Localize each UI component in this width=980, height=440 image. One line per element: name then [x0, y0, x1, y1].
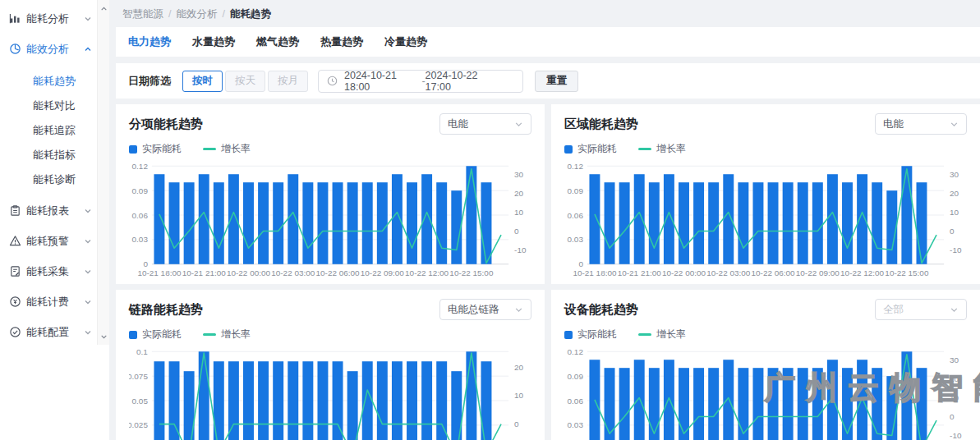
sidebar-item-label: 能耗分析	[26, 11, 84, 26]
sidebar-item-energy-billing[interactable]: 能耗计费	[0, 286, 97, 317]
card-link-energy-trend: 链路能耗趋势 电能总链路 实际能耗 增长率 00.0250.050.0750.1…	[116, 290, 545, 440]
chart-canvas: 00.030.060.090.12-10010203010-21 18:0010…	[564, 159, 967, 281]
svg-text:20: 20	[950, 189, 959, 198]
breadcrumb-item[interactable]: 能效分析	[176, 8, 217, 20]
tab-electric-trend[interactable]: 电力趋势	[128, 34, 171, 49]
legend-actual-energy[interactable]: 实际能耗	[129, 142, 182, 156]
sidebar-subitem-energy-diagnosis[interactable]: 能耗诊断	[0, 167, 97, 192]
tab-water-trend[interactable]: 水量趋势	[192, 34, 235, 49]
legend-actual-energy[interactable]: 实际能耗	[129, 328, 182, 341]
breadcrumb-item[interactable]: 智慧能源	[122, 8, 163, 20]
svg-text:0: 0	[950, 227, 955, 236]
card-device-energy-trend: 设备能耗趋势 全部 实际能耗 增长率 00.030.060.090.12-100…	[551, 290, 980, 440]
svg-text:30: 30	[950, 170, 959, 179]
card-title: 分项能耗趋势	[129, 117, 203, 132]
sidebar-subitem-energy-trace[interactable]: 能耗追踪	[0, 118, 97, 143]
sidebar-item-label: 能耗计费	[26, 295, 84, 309]
svg-text:10-22 03:00: 10-22 03:00	[706, 268, 751, 277]
mode-by-hour-button[interactable]: 按时	[182, 71, 223, 92]
link-energy-type-select[interactable]: 电能总链路	[439, 299, 531, 320]
svg-text:0.03: 0.03	[568, 235, 584, 244]
pie-chart-icon	[8, 43, 21, 56]
charts-grid: 分项能耗趋势 电能 实际能耗 增长率 00.030.060.090.12-100…	[116, 104, 980, 440]
svg-text:0: 0	[514, 227, 519, 236]
svg-text:20: 20	[950, 374, 959, 383]
svg-text:10-21 21:00: 10-21 21:00	[618, 268, 662, 277]
sidebar-item-energy-config[interactable]: 能耗配置	[0, 317, 97, 347]
sidebar-subitem-energy-trend[interactable]: 能耗趋势	[0, 69, 97, 94]
svg-text:0.06: 0.06	[132, 211, 149, 220]
svg-text:10-22 06:00: 10-22 06:00	[752, 268, 796, 277]
svg-text:10: 10	[514, 391, 524, 400]
sidebar-subitem-energy-compare[interactable]: 能耗对比	[0, 94, 97, 118]
date-range-picker[interactable]: 2024-10-21 18:00 - 2024-10-22 17:00	[318, 70, 523, 93]
legend-growth-rate[interactable]: 增长率	[638, 328, 686, 341]
sidebar-item-energy-alarm[interactable]: 能耗预警	[0, 226, 97, 256]
mode-by-day-button[interactable]: 按天	[225, 71, 265, 92]
svg-text:30: 30	[514, 170, 524, 179]
legend-growth-rate[interactable]: 增长率	[638, 142, 686, 156]
svg-text:0.09: 0.09	[132, 186, 149, 195]
svg-text:0.1: 0.1	[136, 347, 148, 356]
subitem-energy-type-select[interactable]: 电能	[439, 113, 531, 135]
svg-text:10-22 12:00: 10-22 12:00	[405, 268, 449, 277]
svg-text:10: 10	[950, 208, 959, 217]
chevron-up-icon	[84, 45, 92, 53]
svg-text:10: 10	[514, 208, 524, 217]
svg-text:0.03: 0.03	[568, 420, 584, 429]
legend-growth-rate[interactable]: 增长率	[203, 328, 251, 341]
chart-canvas: 00.0250.050.0750.10102010-21 18:0010-21 …	[129, 345, 531, 440]
svg-text:0.09: 0.09	[568, 372, 584, 381]
date-end-value: 2024-10-22 17:00	[426, 70, 503, 93]
breadcrumb-current: 能耗趋势	[230, 8, 271, 20]
chevron-down-icon	[84, 237, 92, 245]
sidebar-item-label: 能耗报表	[26, 204, 84, 218]
scroll-down-icon[interactable]	[100, 330, 108, 342]
sidebar-scrollbar[interactable]	[97, 0, 109, 345]
svg-text:0.03: 0.03	[132, 235, 149, 244]
line-legend-marker	[203, 333, 216, 336]
scroll-up-icon[interactable]	[100, 2, 108, 15]
breadcrumb-separator: /	[222, 8, 224, 20]
chart-legend: 实际能耗 增长率	[564, 142, 967, 156]
reset-button[interactable]: 重置	[535, 71, 578, 92]
main-content: 智慧能源/能效分析/能耗趋势 电力趋势 水量趋势 燃气趋势 热量趋势 冷量趋势 …	[109, 0, 980, 440]
svg-text:10-22 03:00: 10-22 03:00	[271, 268, 315, 277]
svg-text:0.12: 0.12	[568, 347, 584, 356]
sidebar-item-energy-collection[interactable]: 能耗采集	[0, 256, 97, 286]
sidebar-item-efficiency-analysis[interactable]: 能效分析	[0, 34, 97, 64]
breadcrumb: 智慧能源/能效分析/能耗趋势	[109, 0, 980, 27]
svg-text:-10: -10	[950, 245, 962, 254]
chart-legend: 实际能耗 增长率	[564, 328, 967, 341]
svg-text:10-22 12:00: 10-22 12:00	[840, 268, 885, 277]
sidebar-submenu: 能耗趋势 能耗对比 能耗追踪 能耗指标 能耗诊断	[0, 64, 97, 195]
device-energy-type-select[interactable]: 全部	[875, 299, 967, 320]
mode-by-month-button[interactable]: 按月	[268, 71, 308, 92]
legend-growth-rate[interactable]: 增长率	[203, 142, 251, 156]
collect-icon	[8, 265, 21, 278]
sidebar-item-energy-analysis[interactable]: 能耗分析	[0, 3, 97, 34]
svg-text:10-21 18:00: 10-21 18:00	[573, 268, 617, 277]
chevron-down-icon	[514, 120, 523, 129]
svg-text:0.12: 0.12	[132, 162, 149, 171]
tab-heat-trend[interactable]: 热量趋势	[320, 34, 363, 49]
region-energy-type-select[interactable]: 电能	[875, 113, 967, 135]
tab-gas-trend[interactable]: 燃气趋势	[256, 34, 299, 49]
line-legend-marker	[638, 148, 651, 150]
sidebar-item-energy-report[interactable]: 能耗报表	[0, 195, 97, 226]
chart-legend: 实际能耗 增长率	[129, 142, 531, 156]
svg-text:-10: -10	[514, 245, 527, 254]
warning-icon	[8, 235, 21, 248]
svg-text:0: 0	[950, 412, 955, 421]
tab-cooling-trend[interactable]: 冷量趋势	[384, 34, 427, 49]
svg-text:0.05: 0.05	[132, 396, 149, 406]
card-title: 链路能耗趋势	[129, 302, 203, 318]
config-icon	[8, 326, 21, 339]
sidebar-subitem-energy-indicator[interactable]: 能耗指标	[0, 143, 97, 167]
legend-actual-energy[interactable]: 实际能耗	[564, 328, 617, 341]
legend-actual-energy[interactable]: 实际能耗	[564, 142, 617, 156]
svg-text:0.06: 0.06	[568, 396, 584, 406]
svg-text:30: 30	[950, 355, 959, 364]
svg-text:0.025: 0.025	[129, 420, 148, 429]
chevron-down-icon	[514, 305, 523, 314]
